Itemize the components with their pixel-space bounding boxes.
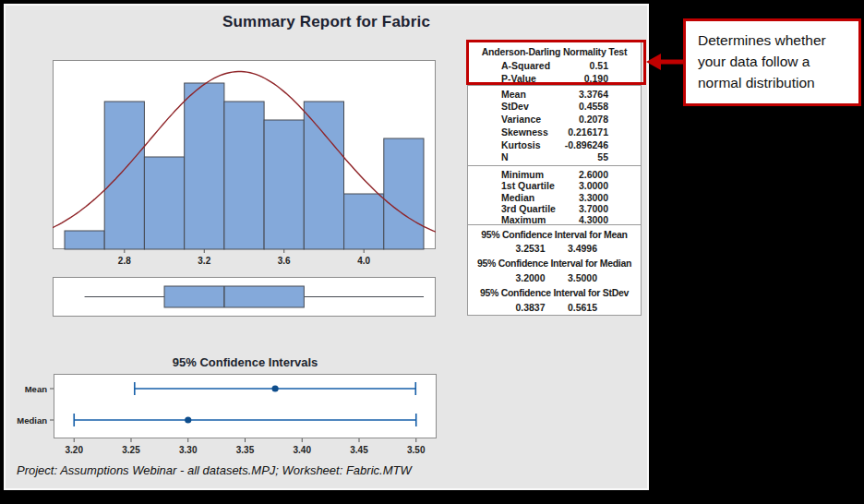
summary-report-panel: Summary Report for Fabric 2.83.23.64.0 9… (4, 4, 649, 490)
stat-row: Minimum2.6000 (468, 169, 641, 180)
ci-hi: 3.5000 (555, 271, 642, 286)
confidence-intervals-title: 95% Confidence Intervals (54, 355, 437, 369)
x-tick-label: 2.8 (118, 256, 131, 265)
stat-label: Median (501, 192, 534, 203)
stat-label: 1st Quartile (501, 180, 555, 191)
point-estimate (185, 416, 191, 423)
quartiles-section: Minimum2.6000 1st Quartile3.0000 Median3… (468, 166, 641, 225)
stat-row: Median3.3000 (468, 192, 641, 203)
stat-value: 0.190 (584, 72, 608, 85)
stat-row: Mean3.3764 (468, 89, 641, 102)
stat-label: A-Squared (501, 59, 550, 72)
y-tick-label: Mean (25, 384, 47, 394)
screenshot-canvas: Summary Report for Fabric 2.83.23.64.0 9… (0, 0, 864, 504)
ci-lo: 3.2000 (468, 271, 555, 286)
ci-mean-values: 3.2531 3.4996 (468, 242, 641, 257)
stat-label: StDev (501, 101, 529, 114)
stat-label: 3rd Quartile (501, 203, 556, 214)
stat-row: N55 (468, 151, 641, 164)
histogram-bar (344, 194, 384, 249)
histogram-bar (65, 231, 104, 249)
point-estimate (272, 385, 279, 391)
histogram-bar (144, 157, 184, 249)
stat-value: 3.3000 (579, 192, 608, 203)
confidence-intervals-chart: MeanMedian3.203.253.303.353.403.453.50 (15, 374, 439, 455)
stat-row: Variance0.2078 (468, 114, 641, 126)
stat-row: A-Squared 0.51 (468, 59, 641, 72)
histogram-bar (185, 83, 224, 249)
stat-row: 1st Quartile3.0000 (468, 180, 641, 191)
stat-value: 0.216171 (568, 126, 608, 139)
stat-row: 3rd Quartile3.7000 (468, 203, 641, 214)
boxplot-chart (53, 277, 436, 317)
statistics-panel: Anderson-Darling Normality Test A-Square… (467, 42, 642, 316)
stat-value: 3.0000 (579, 180, 608, 191)
stat-row: StDev0.4558 (468, 101, 641, 114)
stat-value: 0.51 (590, 59, 608, 72)
stat-value: 55 (597, 151, 608, 164)
ci-hi: 0.5615 (555, 301, 642, 315)
y-tick-label: Median (17, 415, 47, 426)
callout-text: Determines whether your data follow a no… (698, 30, 851, 93)
histogram-bar (224, 102, 264, 249)
ci-hi: 3.4996 (555, 242, 642, 257)
x-tick-label: 3.40 (294, 445, 312, 455)
stat-value: -0.896246 (565, 139, 608, 152)
stat-row: P-Value 0.190 (468, 72, 641, 85)
ci-stdev-title: 95% Confidence Interval for StDev (468, 286, 641, 301)
histogram-bar (384, 138, 424, 249)
page-title: Summary Report for Fabric (6, 13, 647, 31)
stat-value: 3.3764 (579, 89, 608, 102)
normality-test-title: Anderson-Darling Normality Test (468, 45, 641, 59)
stat-label: Mean (501, 89, 526, 102)
x-tick-label: 3.50 (407, 445, 426, 455)
plot-area (54, 375, 437, 438)
stat-label: P-Value (501, 72, 536, 85)
callout-box: Determines whether your data follow a no… (683, 18, 861, 106)
ci-stdev-values: 0.3837 0.5615 (468, 301, 641, 315)
x-tick-label: 3.35 (236, 445, 255, 455)
ci-median-values: 3.2000 3.5000 (468, 271, 641, 286)
x-tick-label: 3.45 (350, 445, 368, 455)
stat-value: 0.4558 (579, 101, 608, 114)
x-tick-label: 3.2 (198, 256, 210, 265)
histogram-bar (104, 102, 144, 249)
normality-test-section: Anderson-Darling Normality Test A-Square… (468, 42, 641, 86)
x-tick-label: 3.20 (65, 445, 83, 455)
box (164, 286, 304, 307)
x-tick-label: 3.25 (122, 445, 140, 455)
ci-mean-title: 95% Confidence Interval for Mean (468, 228, 641, 243)
stat-label: Variance (501, 114, 541, 126)
stat-label: Maximum (501, 214, 546, 225)
ci-lo: 3.2531 (468, 242, 555, 257)
stat-value: 3.7000 (579, 203, 608, 214)
descriptive-stats-section: Mean3.3764 StDev0.4558 Variance0.2078 Sk… (468, 86, 641, 166)
confidence-intervals-section: 95% Confidence Interval for Mean 3.2531 … (468, 225, 641, 315)
histogram-bar (304, 102, 343, 249)
stat-value: 4.3000 (579, 214, 608, 225)
histogram-bar (264, 120, 304, 249)
ci-median-title: 95% Confidence Interval for Median (468, 257, 641, 271)
stat-value: 0.2078 (579, 114, 608, 126)
x-tick-label: 4.0 (357, 256, 370, 265)
project-footer: Project: Assumptions Webinar - all datas… (17, 463, 412, 477)
stat-row: Kurtosis-0.896246 (468, 139, 641, 152)
stat-row: Maximum4.3000 (468, 214, 641, 225)
stat-row: Skewness0.216171 (468, 126, 641, 139)
x-tick-label: 3.6 (278, 256, 291, 265)
stat-label: N (501, 151, 509, 164)
stat-label: Kurtosis (501, 139, 541, 152)
ci-lo: 0.3837 (468, 301, 555, 315)
stat-label: Minimum (501, 169, 544, 180)
x-tick-label: 3.30 (179, 445, 198, 455)
stat-label: Skewness (501, 126, 548, 139)
stat-value: 2.6000 (579, 169, 608, 180)
callout-arrow-icon (645, 50, 686, 74)
histogram-chart: 2.83.23.64.0 (53, 60, 436, 265)
